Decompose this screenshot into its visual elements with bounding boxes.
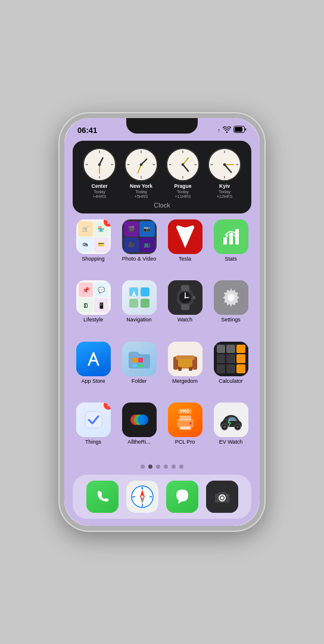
app-navigation[interactable]: Navigation bbox=[119, 280, 160, 335]
page-dot-1[interactable] bbox=[148, 465, 152, 469]
app-icon-things: 3 bbox=[76, 402, 111, 437]
app-folder[interactable]: Folder bbox=[119, 342, 160, 397]
clock-widget-label: Clock bbox=[79, 202, 245, 209]
dock-phone[interactable] bbox=[86, 481, 119, 513]
svg-rect-50 bbox=[193, 296, 195, 299]
clock-face-kyiv bbox=[208, 148, 241, 181]
app-photovideo[interactable]: 🎬 📷 🎥 📺 Photo & Video bbox=[119, 219, 160, 274]
svg-point-49 bbox=[184, 297, 186, 299]
svg-point-76 bbox=[236, 426, 239, 428]
app-icon-shopping: 1 🛒 🏪 🛍 💳 bbox=[76, 219, 111, 254]
clock-kyiv: Kyiv Today +12HRS bbox=[208, 148, 241, 199]
dock-safari[interactable]: N S E W bbox=[126, 481, 158, 513]
svg-rect-41 bbox=[129, 299, 138, 308]
svg-rect-40 bbox=[141, 287, 149, 296]
dock: N S E W bbox=[73, 475, 251, 519]
svg-point-67 bbox=[138, 414, 148, 425]
app-label-settings: Settings bbox=[221, 317, 241, 323]
dock-camera[interactable] bbox=[206, 481, 238, 513]
dock-messages[interactable] bbox=[166, 481, 198, 513]
clock-center-name: Center bbox=[92, 183, 108, 189]
clock-face-prague bbox=[166, 148, 200, 181]
clock-newyork: New York Today +5HRS bbox=[124, 148, 158, 199]
app-settings[interactable]: Settings bbox=[210, 280, 251, 335]
clock-widget[interactable]: Center Today +4HRS bbox=[73, 141, 251, 213]
svg-rect-34 bbox=[223, 237, 227, 244]
dock-icon-phone bbox=[86, 481, 119, 513]
clock-prague: Prague Today +11HRS bbox=[166, 148, 200, 199]
svg-rect-92 bbox=[226, 495, 228, 496]
app-evwatch[interactable]: EV Watch bbox=[210, 402, 251, 457]
app-watch[interactable]: Watch bbox=[164, 280, 205, 335]
page-dot-4[interactable] bbox=[172, 465, 176, 469]
app-appstore[interactable]: App Store bbox=[73, 342, 114, 397]
svg-text:E: E bbox=[151, 496, 152, 499]
svg-rect-35 bbox=[229, 233, 233, 244]
app-label-shopping: Shopping bbox=[82, 256, 104, 262]
clock-kyiv-name: Kyiv bbox=[219, 183, 230, 189]
app-icon-tesla bbox=[168, 219, 202, 254]
app-icon-stats bbox=[214, 219, 248, 254]
app-label-tesla: Tesla bbox=[179, 256, 191, 262]
svg-rect-44 bbox=[181, 285, 189, 291]
dock-icon-safari: N S E W bbox=[126, 481, 158, 513]
svg-point-85 bbox=[141, 496, 144, 498]
notch bbox=[126, 118, 198, 134]
app-lifestyle[interactable]: 📌 💬 🗓 📱 Lifestyle bbox=[73, 280, 114, 335]
page-dot-3[interactable] bbox=[164, 465, 168, 469]
page-dot-2[interactable] bbox=[156, 465, 160, 469]
svg-point-25 bbox=[182, 163, 185, 166]
app-label-photovideo: Photo & Video bbox=[122, 256, 156, 262]
app-tesla[interactable]: Tesla bbox=[164, 219, 205, 274]
svg-point-17 bbox=[140, 163, 143, 166]
svg-rect-42 bbox=[141, 299, 149, 308]
svg-text:W: W bbox=[132, 496, 134, 499]
wifi-icon bbox=[223, 125, 231, 135]
page-dots bbox=[64, 461, 260, 472]
dock-icon-camera bbox=[206, 481, 238, 513]
app-icon-folder bbox=[122, 342, 157, 376]
clock-center-offset: +4HRS bbox=[93, 194, 107, 199]
svg-rect-71 bbox=[180, 428, 190, 429]
app-icon-navigation bbox=[122, 280, 157, 315]
svg-rect-45 bbox=[181, 304, 189, 310]
status-time: 06:41 bbox=[77, 126, 97, 135]
page-dot-5[interactable] bbox=[179, 465, 183, 469]
svg-text:N: N bbox=[141, 487, 143, 490]
svg-point-38 bbox=[234, 236, 236, 237]
app-label-lifestyle: Lifestyle bbox=[83, 317, 103, 323]
svg-point-9 bbox=[98, 163, 101, 166]
app-label-appstore: App Store bbox=[81, 378, 105, 384]
app-shopping[interactable]: 1 🛒 🏪 🛍 💳 Shopping bbox=[73, 219, 114, 274]
clock-center-sub: Today bbox=[94, 189, 105, 194]
app-icon-calculator bbox=[214, 342, 248, 376]
app-alltheri[interactable]: AlltheRi... bbox=[119, 402, 160, 457]
app-icon-lifestyle: 📌 💬 🗓 📱 bbox=[76, 280, 111, 315]
app-label-folder: Folder bbox=[132, 378, 147, 384]
app-icon-watch bbox=[168, 280, 202, 315]
app-things[interactable]: 3 Things bbox=[73, 402, 114, 457]
app-stats[interactable]: Stats bbox=[210, 219, 251, 274]
status-icons: ↑ bbox=[217, 125, 247, 135]
app-calculator[interactable]: Calculator bbox=[210, 342, 251, 397]
svg-point-72 bbox=[189, 422, 192, 425]
svg-rect-69 bbox=[179, 416, 191, 420]
app-icon-settings bbox=[214, 280, 248, 315]
app-pclpro[interactable]: PRO PCL Pro bbox=[164, 402, 205, 457]
svg-rect-63 bbox=[178, 359, 192, 367]
app-mergedom[interactable]: Mergedom bbox=[164, 342, 205, 397]
svg-point-91 bbox=[220, 497, 223, 500]
page-dot-0[interactable] bbox=[141, 465, 145, 469]
app-icon-evwatch bbox=[214, 402, 248, 437]
svg-rect-54 bbox=[138, 358, 143, 363]
svg-rect-53 bbox=[132, 358, 137, 363]
svg-text:S: S bbox=[141, 505, 143, 508]
app-icon-appstore bbox=[76, 342, 111, 376]
app-icon-mergedom bbox=[168, 342, 202, 376]
battery-icon bbox=[233, 125, 247, 135]
svg-rect-56 bbox=[138, 364, 143, 367]
phone-screen: 06:41 ↑ bbox=[64, 118, 260, 526]
app-label-pclpro: PCL Pro bbox=[175, 439, 195, 445]
dock-icon-messages bbox=[166, 481, 198, 513]
clock-prague-name: Prague bbox=[175, 183, 192, 189]
